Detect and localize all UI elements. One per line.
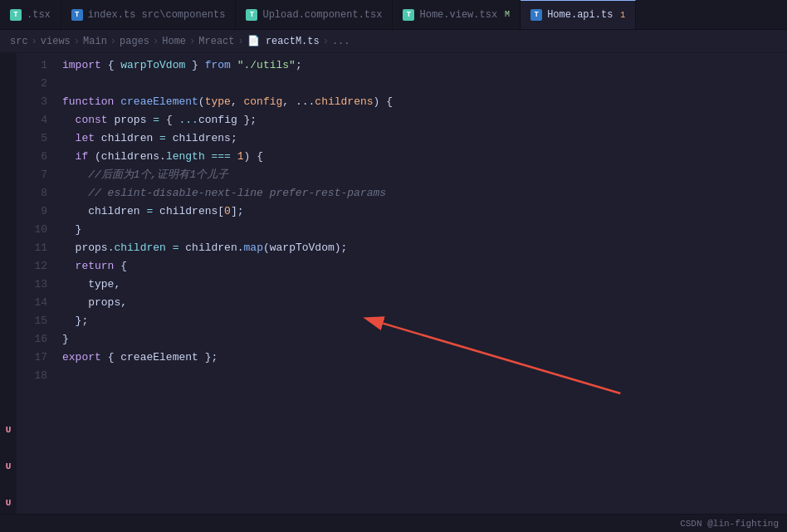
tab-homeview[interactable]: T Home.view.tsx M — [393, 0, 521, 29]
tsx-icon-homeview: T — [403, 9, 414, 21]
code-line-4: const props = { ...config }; — [54, 111, 787, 129]
crumb-pages[interactable]: pages — [120, 36, 149, 47]
code-line-13: type, — [54, 276, 787, 294]
code-area: import { warpToVdom } from "./utils"; fu… — [54, 53, 787, 514]
code-line-3: function creaeElement(type, config, ...c… — [54, 93, 787, 111]
crumb-reactm[interactable]: 📄 reactM.ts — [247, 35, 320, 47]
crumb-src[interactable]: src — [10, 36, 28, 47]
status-bar: CSDN @lin-fighting — [0, 514, 787, 532]
breadcrumb: src › views › Main › pages › Home › Mrea… — [0, 30, 787, 53]
code-line-12: return { — [54, 257, 787, 276]
editor: U U U 12345 678910 1112131415 161718 imp… — [0, 53, 787, 514]
code-line-10: } — [54, 221, 787, 239]
tab-index-label: index.ts src\components — [88, 9, 226, 21]
ts-icon-index: T — [71, 9, 83, 21]
code-line-5: let children = childrens; — [54, 129, 787, 148]
crumb-ellipsis: ... — [332, 36, 350, 47]
indicator-u1: U — [0, 421, 17, 439]
tab-tsx-label: .tsx — [27, 9, 51, 21]
indicator-u3: U — [0, 494, 17, 512]
code-line-14: props, — [54, 294, 787, 312]
tab-tsx[interactable]: T .tsx — [0, 0, 61, 29]
crumb-mreact[interactable]: Mreact — [198, 36, 234, 47]
crumb-views[interactable]: views — [41, 36, 71, 47]
tab-homeview-label: Home.view.tsx — [419, 9, 497, 21]
code-line-15: }; — [54, 312, 787, 330]
tsx-icon: T — [10, 9, 22, 21]
tab-bar: T .tsx T index.ts src\components T Uploa… — [0, 0, 787, 30]
code-line-1: import { warpToVdom } from "./utils"; — [54, 56, 787, 75]
crumb-home[interactable]: Home — [162, 36, 186, 47]
tab-homeview-badge: M — [505, 10, 510, 19]
code-line-18 — [54, 367, 787, 385]
code-line-16: } — [54, 330, 787, 349]
indicator-u2: U — [0, 457, 17, 476]
tsx-icon-upload: T — [246, 9, 257, 21]
code-line-2 — [54, 75, 787, 93]
tab-homeapi-label: Home.api.ts — [547, 9, 613, 21]
code-line-17: export { creaeElement }; — [54, 349, 787, 367]
tab-homeapi-badge: 1 — [620, 11, 625, 20]
code-line-11: props.children = children.map(warpToVdom… — [54, 239, 787, 257]
tab-upload-label: Upload.component.tsx — [262, 9, 382, 21]
watermark: CSDN @lin-fighting — [680, 519, 779, 529]
code-line-8: // eslint-disable-next-line prefer-rest-… — [54, 184, 787, 203]
sidebar-gutter: U U U — [0, 53, 17, 514]
code-line-7: //后面为1个,证明有1个儿子 — [54, 166, 787, 184]
tab-homeapi[interactable]: T Home.api.ts 1 — [521, 0, 636, 29]
tab-upload[interactable]: T Upload.component.tsx — [236, 0, 393, 29]
tab-index[interactable]: T index.ts src\components — [61, 0, 237, 29]
crumb-main[interactable]: Main — [83, 36, 107, 47]
line-numbers: 12345 678910 1112131415 161718 — [17, 53, 54, 514]
code-line-9: children = childrens[0]; — [54, 203, 787, 221]
ts-icon-homeapi: T — [530, 9, 542, 21]
code-line-6: if (childrens.length === 1) { — [54, 148, 787, 166]
